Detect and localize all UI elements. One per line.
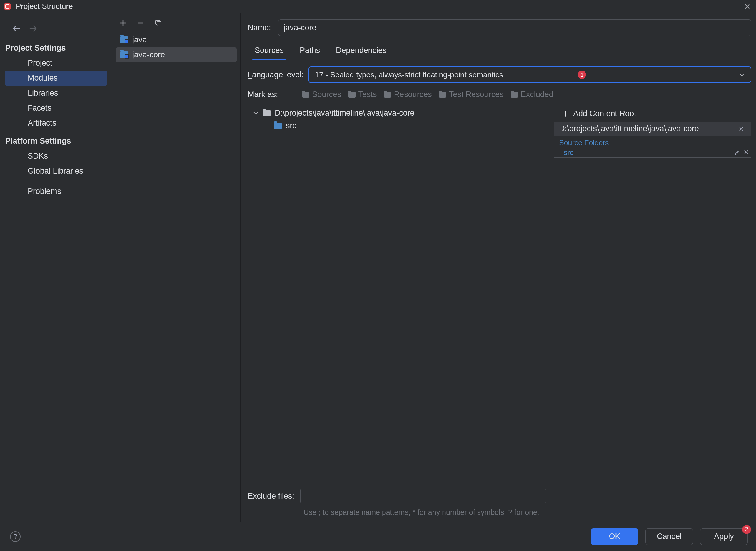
language-level-value: 17 - Sealed types, always-strict floatin… xyxy=(315,70,503,79)
content-root-panel: Add Content Root D:\projects\java\ittime… xyxy=(554,104,751,488)
tab-sources[interactable]: Sources xyxy=(255,44,284,60)
nav-item-project[interactable]: Project xyxy=(0,56,112,71)
name-row: Name: xyxy=(248,19,751,36)
language-level-label: Language level: xyxy=(248,70,304,79)
copy-module-button[interactable] xyxy=(154,19,162,27)
nav-item-artifacts[interactable]: Artifacts xyxy=(0,116,112,131)
module-folder-icon xyxy=(120,36,128,44)
folder-icon xyxy=(511,92,518,98)
mark-as-label-text: Resources xyxy=(394,90,432,99)
apply-button[interactable]: Apply 2 xyxy=(700,528,748,545)
nav-item-sdks[interactable]: SDKs xyxy=(0,148,112,163)
folder-icon xyxy=(274,123,282,129)
detail-panel: Name: Sources Paths Dependencies Languag… xyxy=(241,13,756,522)
content-root-path-text: D:\projects\java\ittimeline\java\java-co… xyxy=(559,124,699,133)
mark-as-label-text: Test Resources xyxy=(449,90,504,99)
nav-item-facets[interactable]: Facets xyxy=(0,101,112,116)
language-level-row: Language level: 17 - Sealed types, alway… xyxy=(248,66,751,83)
cancel-label: Cancel xyxy=(657,532,682,541)
module-folder-icon xyxy=(120,51,128,59)
add-content-root-button[interactable]: Add Content Root xyxy=(554,106,751,122)
nav-item-global-libraries[interactable]: Global Libraries xyxy=(0,163,112,178)
mark-as-resources[interactable]: Resources xyxy=(384,90,432,99)
tree-root-label: D:\projects\java\ittimeline\java\java-co… xyxy=(275,108,415,118)
chevron-down-icon[interactable] xyxy=(253,111,259,115)
mark-as-label: Mark as: xyxy=(248,90,278,99)
cancel-button[interactable]: Cancel xyxy=(645,528,693,545)
remove-content-root-button[interactable] xyxy=(736,126,747,131)
svg-rect-1 xyxy=(157,22,161,26)
folder-icon xyxy=(348,92,356,98)
language-level-badge: 1 xyxy=(578,71,586,79)
add-content-root-label: Add Content Root xyxy=(573,109,636,118)
help-button[interactable]: ? xyxy=(10,531,21,542)
history-nav xyxy=(0,13,112,41)
mark-as-sources[interactable]: Sources xyxy=(302,90,341,99)
tree-child-label: src xyxy=(286,121,296,130)
nav-section-platform-settings: Platform Settings xyxy=(0,133,112,148)
modules-toolbar xyxy=(112,13,240,32)
module-item-java-core[interactable]: java-core xyxy=(116,47,237,62)
module-label: java xyxy=(132,35,147,44)
module-item-java[interactable]: java xyxy=(112,32,240,47)
source-folders-label: Source Folders xyxy=(554,136,751,148)
folder-icon xyxy=(384,92,391,98)
plus-icon xyxy=(562,110,569,117)
name-label: Name: xyxy=(248,23,271,32)
modules-panel: java java-core xyxy=(112,13,241,522)
nav-section-project-settings: Project Settings xyxy=(0,41,112,56)
nav-item-problems[interactable]: Problems xyxy=(0,184,112,199)
content-root-path[interactable]: D:\projects\java\ittimeline\java\java-co… xyxy=(554,122,751,136)
source-folder-name: src xyxy=(564,148,573,157)
window-title: Project Structure xyxy=(16,2,73,11)
forward-button[interactable] xyxy=(29,25,38,32)
apply-badge: 2 xyxy=(742,525,751,534)
mark-as-label-text: Excluded xyxy=(521,90,553,99)
sources-split: D:\projects\java\ittimeline\java\java-co… xyxy=(248,104,751,488)
language-level-dropdown[interactable]: 17 - Sealed types, always-strict floatin… xyxy=(308,66,751,83)
module-name-input[interactable] xyxy=(278,19,751,36)
source-folder-entry[interactable]: src xyxy=(554,148,751,158)
module-tabs: Sources Paths Dependencies xyxy=(255,44,751,60)
left-nav: Project Settings Project Modules Librari… xyxy=(0,13,112,522)
folder-icon xyxy=(439,92,446,98)
nav-item-libraries[interactable]: Libraries xyxy=(0,86,112,101)
source-folder-actions xyxy=(734,149,749,156)
mark-as-tests[interactable]: Tests xyxy=(348,90,377,99)
module-label: java-core xyxy=(132,50,165,59)
edit-icon[interactable] xyxy=(734,149,740,156)
tab-paths[interactable]: Paths xyxy=(300,44,320,60)
apply-label: Apply xyxy=(714,532,734,541)
folder-icon xyxy=(263,110,271,116)
mark-as-row: Mark as: Sources Tests Resources Test Re… xyxy=(248,90,751,99)
mark-as-label-text: Tests xyxy=(358,90,377,99)
remove-icon[interactable] xyxy=(744,149,749,156)
tree-root-row[interactable]: D:\projects\java\ittimeline\java\java-co… xyxy=(248,107,554,119)
ok-button[interactable]: OK xyxy=(591,528,638,545)
exclude-hint: Use ; to separate name patterns, * for a… xyxy=(303,507,550,517)
ok-label: OK xyxy=(609,532,620,541)
title-bar: Project Structure xyxy=(0,0,756,13)
bottom-buttons: OK Cancel Apply 2 xyxy=(591,528,748,545)
bottom-bar: ? OK Cancel Apply 2 xyxy=(0,522,756,551)
add-module-button[interactable] xyxy=(119,19,127,27)
back-button[interactable] xyxy=(12,25,21,32)
tree-child-row[interactable]: src xyxy=(248,119,554,132)
tab-dependencies[interactable]: Dependencies xyxy=(336,44,387,60)
chevron-down-icon xyxy=(739,73,745,77)
exclude-files-label: Exclude files: xyxy=(248,492,294,501)
nav-item-modules[interactable]: Modules xyxy=(5,71,107,86)
folder-tree: D:\projects\java\ittimeline\java\java-co… xyxy=(248,104,554,488)
remove-module-button[interactable] xyxy=(136,19,145,27)
mark-as-test-resources[interactable]: Test Resources xyxy=(439,90,504,99)
close-button[interactable] xyxy=(742,2,752,11)
mark-as-label-text: Sources xyxy=(312,90,341,99)
exclude-files-input[interactable] xyxy=(300,488,546,504)
exclude-section: Exclude files: Use ; to separate name pa… xyxy=(248,488,751,522)
app-icon xyxy=(4,3,11,10)
workarea: Project Settings Project Modules Librari… xyxy=(0,13,756,522)
folder-icon xyxy=(302,92,309,98)
mark-as-excluded[interactable]: Excluded xyxy=(511,90,553,99)
